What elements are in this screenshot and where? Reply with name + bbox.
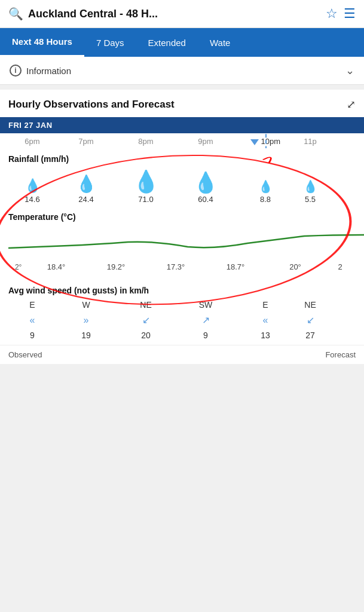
time-marker-triangle [250, 139, 259, 145]
search-icon: 🔍 [8, 7, 23, 21]
temperature-label: Temperature (°C) [0, 206, 364, 224]
rain-item-7pm: 💧 24.4 [56, 176, 116, 204]
wind-arrow-9pm: ↗ [176, 314, 235, 326]
tab-next-48-hours[interactable]: Next 48 Hours [0, 28, 84, 57]
rain-value-10pm: 8.8 [260, 195, 271, 204]
star-icon[interactable]: ☆ [326, 6, 338, 22]
footer-row: Observed Forecast [0, 345, 364, 364]
raindrop-8pm: 💧 [133, 171, 160, 192]
rain-item-11pm: 💧 5.5 [295, 180, 325, 204]
temp-11pm: 2 [325, 262, 355, 271]
hour-6pm: 6pm [8, 133, 56, 148]
rain-value-8pm: 71.0 [138, 195, 153, 204]
rain-item-8pm: 💧 71.0 [116, 171, 176, 204]
wind-speed-7pm: 19 [56, 331, 116, 340]
raindrop-11pm: 💧 [303, 180, 318, 192]
hour-8pm: 8pm [116, 133, 176, 148]
tab-wate[interactable]: Wate [198, 29, 242, 56]
wind-speed-9pm: 9 [176, 331, 235, 340]
hour-11pm: 11p [295, 133, 325, 148]
wind-dir-7pm: W [56, 300, 116, 310]
search-bar: 🔍 Auckland Central - 48 H... ☆ ☰ [0, 0, 364, 28]
wind-dir-10pm: E [235, 300, 295, 310]
info-label: Information [26, 66, 71, 76]
hour-7pm: 7pm [56, 133, 116, 148]
wind-arrow-6pm: « [8, 315, 56, 326]
wind-arrow-11pm: ↙ [295, 314, 325, 326]
chevron-down-icon: ⌄ [345, 64, 354, 77]
wind-speed-6pm: 9 [8, 331, 56, 340]
expand-icon[interactable]: ⤢ [347, 98, 356, 111]
wind-speeds-row: 9 19 20 9 13 27 [0, 328, 364, 342]
rain-item-10pm: 💧 8.8 [235, 180, 295, 204]
card-title: Hourly Observations and Forecast [8, 99, 175, 111]
rain-value-11pm: 5.5 [305, 195, 316, 204]
wind-arrow-10pm: « [235, 315, 295, 326]
header-actions: ☆ ☰ [326, 6, 356, 22]
raindrop-7pm: 💧 [76, 176, 97, 192]
search-text[interactable]: Auckland Central - 48 H... [28, 8, 321, 20]
wind-label: Avg wind speed (not gusts) in km/h [0, 280, 364, 298]
nav-tabs: Next 48 Hours 7 Days Extended Wate [0, 28, 364, 57]
wind-dir-8pm: NE [116, 300, 176, 310]
temp-7pm: 19.2° [86, 262, 146, 271]
raindrop-10pm: 💧 [258, 180, 273, 192]
hourly-forecast-card: Hourly Observations and Forecast ⤢ FRI 2… [0, 90, 364, 364]
wind-speed-10pm: 13 [235, 331, 295, 340]
temp-values-row: .2° 18.4° 19.2° 17.3° 18.7° 20° 2 [0, 260, 364, 271]
rainfall-label: Rainfall (mm/h) [0, 148, 364, 166]
tab-extended[interactable]: Extended [136, 29, 198, 56]
rainfall-row: 💧 14.6 💧 24.4 💧 71.0 💧 60.4 💧 8.8 💧 5.5 [0, 166, 364, 206]
wind-directions-row: E W NE SW E NE [0, 298, 364, 312]
wind-dir-9pm: SW [176, 300, 235, 310]
temp-9pm: 18.7° [206, 262, 265, 271]
hour-10pm: 10pm [235, 133, 295, 148]
rain-item-9pm: 💧 60.4 [176, 172, 235, 204]
date-row: FRI 27 JAN [0, 117, 364, 133]
info-icon: i [10, 65, 22, 76]
card-header: Hourly Observations and Forecast ⤢ [0, 90, 364, 117]
wind-arrow-8pm: ↙ [116, 314, 176, 326]
rain-value-7pm: 24.4 [78, 195, 93, 204]
rain-item-6pm: 💧 14.6 [8, 179, 56, 204]
raindrop-9pm: 💧 [193, 172, 218, 192]
temp-curve-svg [0, 224, 364, 260]
temp-partial-left: .2° [8, 263, 26, 271]
wind-arrows-row: « » ↙ ↗ « ↙ [0, 312, 364, 328]
wind-dir-11pm: NE [295, 300, 325, 310]
temp-6pm: 18.4° [26, 262, 86, 271]
temp-8pm: 17.3° [146, 262, 206, 271]
wind-dir-6pm: E [8, 300, 56, 310]
hours-row: 6pm 7pm 8pm 9pm 10pm 11p [0, 133, 364, 148]
wind-speed-11pm: 27 [295, 331, 325, 340]
info-label-wrap: i Information [10, 65, 71, 76]
tab-7-days[interactable]: 7 Days [84, 29, 136, 56]
wind-speed-8pm: 20 [116, 331, 176, 340]
temp-10pm: 20° [265, 262, 325, 271]
wind-section: Avg wind speed (not gusts) in km/h E W N… [0, 271, 364, 342]
temperature-curve [0, 224, 364, 260]
info-bar[interactable]: i Information ⌄ [0, 57, 364, 85]
rain-value-6pm: 14.6 [25, 195, 39, 204]
forecast-label: Forecast [325, 350, 356, 359]
raindrop-6pm: 💧 [25, 179, 41, 192]
wind-arrow-7pm: » [56, 315, 116, 326]
hour-9pm: 9pm [176, 133, 235, 148]
menu-icon[interactable]: ☰ [344, 6, 356, 22]
observed-label: Observed [8, 350, 42, 359]
rain-value-9pm: 60.4 [198, 195, 213, 204]
